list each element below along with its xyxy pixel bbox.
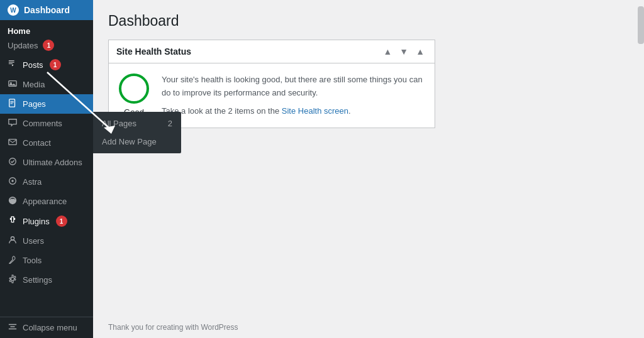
pages-label: Pages <box>23 99 46 109</box>
ultimate-addons-icon <box>8 157 18 168</box>
add-new-page-label: Add New Page <box>102 137 157 146</box>
sidebar-dashboard-header[interactable]: W Dashboard <box>0 0 93 20</box>
all-pages-count: 2 <box>168 119 172 128</box>
sidebar-item-comments[interactable]: Comments <box>0 114 93 133</box>
widget-collapse-down-button[interactable]: ▼ <box>397 45 411 58</box>
content-area: Dashboard Site Health Status ▲ ▼ ▲ Good … <box>93 0 644 317</box>
settings-icon <box>8 275 18 285</box>
sidebar-dashboard-label: Dashboard <box>24 5 70 15</box>
plugins-icon <box>8 216 18 227</box>
wp-logo-icon: W <box>8 4 19 16</box>
media-icon <box>8 79 18 90</box>
scrollbar-track[interactable] <box>638 0 644 338</box>
plugins-label: Plugins <box>23 217 50 226</box>
health-text-paragraph-2: Take a look at the 2 items on the Site H… <box>162 105 425 118</box>
widget-title: Site Health Status <box>116 46 191 57</box>
widget-collapse-up-button[interactable]: ▲ <box>380 45 394 58</box>
plugins-badge: 1 <box>56 215 67 227</box>
comments-label: Comments <box>23 119 62 128</box>
health-indicator: Good <box>119 74 149 117</box>
collapse-icon <box>8 322 18 333</box>
sidebar-item-appearance[interactable]: Appearance <box>0 192 93 211</box>
comments-icon <box>8 118 18 129</box>
widget-minimize-button[interactable]: ▲ <box>413 45 427 58</box>
sidebar-item-users[interactable]: Users <box>0 231 93 251</box>
contact-label: Contact <box>23 138 51 148</box>
collapse-menu-button[interactable]: Collapse menu <box>0 317 93 338</box>
sidebar-item-astra[interactable]: Astra <box>0 172 93 192</box>
sidebar-item-updates[interactable]: Updates 1 <box>0 38 93 55</box>
sidebar-item-settings[interactable]: Settings <box>0 270 93 290</box>
all-pages-label: All Pages <box>102 119 136 128</box>
svg-point-6 <box>11 180 14 182</box>
sidebar-item-posts[interactable]: Posts 1 <box>0 55 93 75</box>
pages-icon <box>8 99 18 109</box>
sidebar-home-label[interactable]: Home <box>0 20 93 38</box>
sidebar-item-ultimate-addons[interactable]: Ultimate Addons <box>0 153 93 172</box>
collapse-label: Collapse menu <box>23 323 77 332</box>
settings-label: Settings <box>23 275 52 285</box>
main-content: Dashboard Site Health Status ▲ ▼ ▲ Good … <box>93 0 644 338</box>
submenu-item-add-new-page[interactable]: Add New Page <box>93 133 181 151</box>
astra-icon <box>8 177 18 187</box>
tools-icon <box>8 255 18 266</box>
footer-text: Thank you for creating with WordPress <box>108 323 238 332</box>
health-description: Your site's health is looking good, but … <box>162 74 425 117</box>
ultimate-addons-label: Ultimate Addons <box>23 158 82 167</box>
svg-rect-2 <box>9 99 15 107</box>
site-health-link[interactable]: Site Health screen <box>282 106 348 116</box>
posts-label: Posts <box>23 60 43 70</box>
astra-label: Astra <box>23 177 42 187</box>
footer: Thank you for creating with WordPress <box>93 317 644 338</box>
sidebar: W Dashboard Home Updates 1 Posts 1 Media… <box>0 0 93 338</box>
svg-point-7 <box>11 237 14 240</box>
sidebar-item-media[interactable]: Media <box>0 75 93 94</box>
contact-icon <box>8 138 18 148</box>
appearance-label: Appearance <box>23 197 67 206</box>
sidebar-item-plugins[interactable]: Plugins 1 <box>0 211 93 231</box>
tools-label: Tools <box>23 256 42 265</box>
health-text-paragraph-1: Your site's health is looking good, but … <box>162 74 425 100</box>
submenu-item-all-pages[interactable]: All Pages 2 <box>93 114 181 133</box>
svg-rect-3 <box>9 139 16 145</box>
updates-badge: 1 <box>43 40 54 51</box>
health-circle <box>119 74 149 104</box>
posts-icon <box>8 60 18 70</box>
scrollbar-thumb[interactable] <box>638 6 644 44</box>
appearance-icon <box>8 196 18 207</box>
sidebar-updates-label: Updates <box>8 41 38 50</box>
sidebar-item-tools[interactable]: Tools <box>0 251 93 270</box>
users-icon <box>8 236 18 246</box>
sidebar-item-pages[interactable]: Pages <box>0 94 93 114</box>
page-title: Dashboard <box>108 13 629 30</box>
media-label: Media <box>23 80 45 89</box>
widget-controls: ▲ ▼ ▲ <box>380 45 427 58</box>
pages-submenu: All Pages 2 Add New Page <box>93 112 181 153</box>
widget-header: Site Health Status ▲ ▼ ▲ <box>109 40 435 63</box>
users-label: Users <box>23 236 44 246</box>
sidebar-item-contact[interactable]: Contact <box>0 133 93 153</box>
posts-badge: 1 <box>50 59 61 70</box>
